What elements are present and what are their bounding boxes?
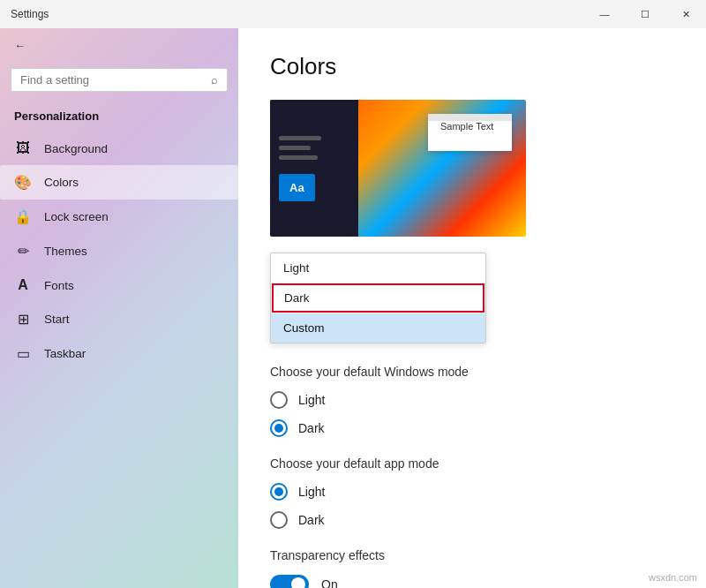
background-icon: 🖼 bbox=[14, 140, 32, 156]
sidebar-item-label: Start bbox=[44, 313, 70, 326]
close-button[interactable]: ✕ bbox=[665, 0, 706, 28]
windows-mode-light-option[interactable]: Light bbox=[270, 391, 674, 409]
preview-bar-1 bbox=[279, 136, 321, 140]
sidebar-item-label: Colors bbox=[44, 176, 79, 189]
minimize-button[interactable]: — bbox=[584, 0, 625, 28]
windows-mode-label: Choose your default Windows mode bbox=[270, 365, 674, 379]
main-content: Colors Aa Sample Text Light Dark Custom bbox=[238, 28, 706, 588]
back-icon: ← bbox=[14, 39, 26, 52]
app-mode-radio-group: Light Dark bbox=[270, 483, 674, 529]
page-title: Colors bbox=[270, 53, 674, 80]
sidebar-item-themes[interactable]: ✏ Themes bbox=[0, 234, 238, 268]
taskbar-icon: ▭ bbox=[14, 345, 32, 362]
windows-mode-dark-radio-inner bbox=[274, 424, 283, 433]
app-mode-dark-option[interactable]: Dark bbox=[270, 511, 674, 529]
transparency-toggle-row: On bbox=[270, 575, 674, 588]
watermark: wsxdn.com bbox=[649, 572, 697, 583]
sidebar-section-title: Personalization bbox=[0, 102, 238, 132]
windows-mode-light-radio[interactable] bbox=[270, 391, 288, 409]
app-mode-light-option[interactable]: Light bbox=[270, 483, 674, 501]
dropdown-item-custom[interactable]: Custom bbox=[271, 313, 485, 343]
sidebar-item-fonts[interactable]: A Fonts bbox=[0, 268, 238, 302]
preview-bar-2 bbox=[279, 146, 311, 150]
search-icon: ⌕ bbox=[211, 73, 218, 87]
sample-text-label: Sample Text bbox=[440, 121, 493, 132]
app-container: ← ⌕ Personalization 🖼 Background 🎨 Color… bbox=[0, 28, 706, 588]
app-mode-dark-radio[interactable] bbox=[270, 511, 288, 529]
preview-dark-panel: Aa bbox=[270, 100, 358, 237]
dropdown-item-light[interactable]: Light bbox=[271, 253, 485, 283]
dropdown-list: Light Dark Custom bbox=[270, 253, 486, 343]
windows-mode-light-label: Light bbox=[298, 393, 325, 407]
sidebar-item-taskbar[interactable]: ▭ Taskbar bbox=[0, 336, 238, 371]
windows-mode-radio-group: Light Dark bbox=[270, 391, 674, 437]
search-box: ⌕ bbox=[11, 68, 228, 92]
search-input[interactable] bbox=[20, 73, 206, 87]
themes-icon: ✏ bbox=[14, 243, 32, 260]
maximize-button[interactable]: ☐ bbox=[625, 0, 665, 28]
sidebar-item-lock-screen[interactable]: 🔒 Lock screen bbox=[0, 200, 238, 234]
app-mode-dark-label: Dark bbox=[298, 513, 325, 527]
windows-mode-dark-radio[interactable] bbox=[270, 419, 288, 437]
sidebar-item-label: Themes bbox=[44, 245, 87, 258]
app-mode-light-label: Light bbox=[298, 485, 325, 499]
preview-sample-topbar bbox=[428, 114, 512, 121]
preview-area: Aa Sample Text bbox=[270, 100, 526, 237]
theme-dropdown[interactable]: Light Dark Custom bbox=[270, 253, 486, 343]
lock-icon: 🔒 bbox=[14, 208, 32, 225]
toggle-knob bbox=[291, 577, 305, 588]
start-icon: ⊞ bbox=[14, 311, 32, 328]
sidebar: ← ⌕ Personalization 🖼 Background 🎨 Color… bbox=[0, 28, 238, 588]
sidebar-item-start[interactable]: ⊞ Start bbox=[0, 302, 238, 336]
titlebar-controls: — ☐ ✕ bbox=[584, 0, 706, 28]
preview-sample-text-box: Sample Text bbox=[428, 114, 512, 151]
titlebar-title: Settings bbox=[11, 8, 49, 20]
app-mode-light-radio-inner bbox=[274, 487, 283, 496]
sidebar-item-label: Lock screen bbox=[44, 210, 109, 223]
transparency-label: Transparency effects bbox=[270, 548, 674, 562]
transparency-toggle[interactable] bbox=[270, 575, 309, 588]
sidebar-item-background[interactable]: 🖼 Background bbox=[0, 132, 238, 165]
sidebar-item-label: Taskbar bbox=[44, 347, 86, 360]
dropdown-item-dark[interactable]: Dark bbox=[272, 283, 484, 313]
back-button[interactable]: ← bbox=[0, 28, 238, 63]
titlebar: Settings — ☐ ✕ bbox=[0, 0, 706, 28]
app-mode-light-radio[interactable] bbox=[270, 483, 288, 501]
app-mode-label: Choose your default app mode bbox=[270, 456, 674, 471]
transparency-toggle-label: On bbox=[321, 577, 338, 588]
windows-mode-dark-option[interactable]: Dark bbox=[270, 419, 674, 437]
preview-aa-button: Aa bbox=[279, 174, 315, 201]
sidebar-item-colors[interactable]: 🎨 Colors bbox=[0, 165, 238, 200]
sidebar-item-label: Background bbox=[44, 142, 108, 155]
sidebar-item-label: Fonts bbox=[44, 279, 74, 292]
colors-icon: 🎨 bbox=[14, 174, 32, 191]
windows-mode-dark-label: Dark bbox=[298, 421, 325, 435]
preview-bar-3 bbox=[279, 155, 318, 160]
fonts-icon: A bbox=[14, 277, 32, 293]
